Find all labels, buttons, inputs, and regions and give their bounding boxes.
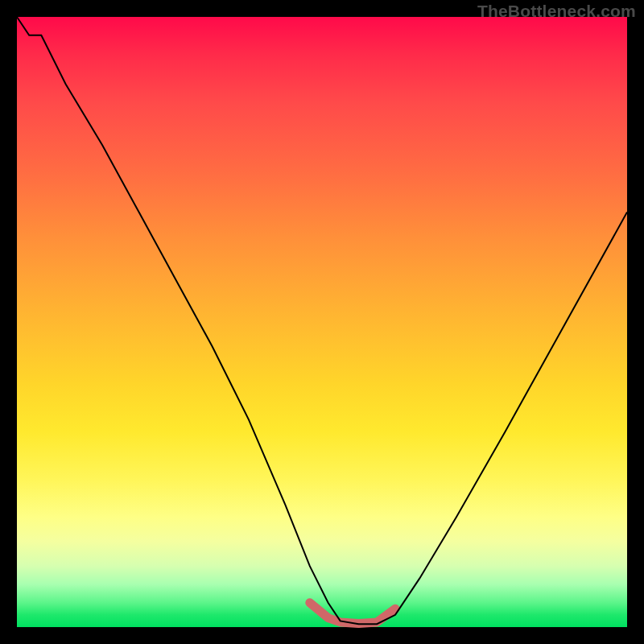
chart-svg [17, 17, 627, 627]
bottleneck-curve [17, 17, 627, 624]
valley-highlight [310, 603, 395, 624]
